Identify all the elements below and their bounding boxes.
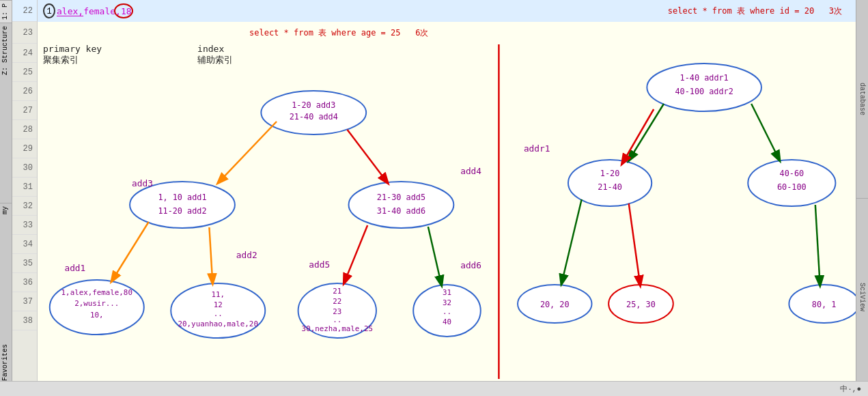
line-num-36: 36: [12, 273, 37, 292]
svg-text:2,wusir...: 2,wusir...: [74, 299, 119, 308]
svg-text:20,yuanhao,male,20: 20,yuanhao,male,20: [178, 320, 258, 328]
svg-text:31: 31: [443, 288, 451, 297]
svg-point-3: [130, 182, 235, 228]
svg-text:12: 12: [214, 300, 223, 309]
svg-line-48: [209, 227, 212, 283]
svg-line-53: [751, 104, 779, 160]
svg-line-52: [622, 109, 654, 164]
svg-text:..: ..: [214, 309, 223, 318]
svg-text:11,: 11,: [211, 290, 225, 299]
svg-point-6: [349, 182, 454, 228]
line-num-22: 22: [12, 0, 37, 22]
svg-text:31-40 add6: 31-40 add6: [377, 206, 425, 216]
svg-text:add2: add2: [236, 250, 257, 260]
svg-text:20, 20: 20, 20: [540, 300, 570, 309]
right-panel-database: database: [856, 0, 868, 199]
svg-text:..: ..: [333, 315, 341, 324]
svg-text:80, 1: 80, 1: [812, 300, 837, 309]
svg-text:1,alex,female,80: 1,alex,female,80: [61, 288, 132, 297]
line-num-35: 35: [12, 254, 37, 273]
svg-text:21-30 add5: 21-30 add5: [377, 193, 425, 202]
svg-text:add6: add6: [460, 260, 481, 270]
status-text: 中·,●: [840, 384, 861, 394]
svg-text:1, 10  add1: 1, 10 add1: [158, 193, 206, 202]
svg-text:10,: 10,: [90, 311, 104, 320]
svg-line-47: [111, 222, 148, 281]
svg-text:..: ..: [443, 307, 451, 316]
svg-line-46: [348, 130, 388, 183]
svg-text:22: 22: [333, 297, 341, 306]
line-num-27: 27: [12, 101, 37, 120]
svg-text:1-20: 1-20: [600, 169, 619, 178]
line-num-31: 31: [12, 178, 37, 197]
line-num-37: 37: [12, 292, 37, 311]
bottom-status-bar: 中·,●: [0, 381, 868, 396]
line-num-30: 30: [12, 158, 37, 178]
line-num-29: 29: [12, 139, 37, 158]
svg-line-45: [218, 122, 277, 183]
line-num-32: 32: [12, 197, 37, 216]
svg-text:40: 40: [443, 317, 451, 326]
svg-line-56: [815, 205, 820, 285]
svg-line-55: [629, 203, 641, 285]
line-num-28: 28: [12, 120, 37, 139]
tab-1p[interactable]: 1: P: [0, 0, 12, 23]
svg-text:add1: add1: [64, 263, 85, 273]
svg-text:40-60: 40-60: [780, 169, 804, 178]
svg-text:21: 21: [333, 287, 341, 296]
svg-text:40-100 addr2: 40-100 addr2: [675, 87, 733, 96]
svg-text:21-40: 21-40: [598, 182, 622, 192]
svg-text:add5: add5: [309, 259, 330, 270]
svg-text:21-40 add4: 21-40 add4: [290, 112, 338, 122]
svg-line-50: [428, 227, 442, 285]
line-num-23: 23: [12, 22, 37, 44]
svg-text:add4: add4: [460, 166, 481, 176]
svg-text:1-20  add3: 1-20 add3: [292, 100, 335, 110]
line-num-34: 34: [12, 235, 37, 254]
svg-text:30,nezha,male,25: 30,nezha,male,25: [302, 324, 373, 333]
svg-text:addr1: addr1: [524, 143, 550, 154]
line-num-38: 38: [12, 311, 37, 330]
svg-text:1-40    addr1: 1-40 addr1: [680, 73, 729, 83]
svg-text:11-20 add2: 11-20 add2: [158, 206, 206, 216]
svg-line-49: [344, 225, 368, 283]
svg-line-51: [629, 104, 664, 160]
tab-structure[interactable]: Z: Structure: [0, 23, 12, 78]
line-num-26: 26: [12, 82, 37, 101]
svg-text:60-100: 60-100: [777, 182, 807, 192]
diagram-svg: 1-20 add3 21-40 add4 1, 10 add1 11-20 ad…: [38, 0, 856, 396]
svg-line-54: [561, 199, 582, 284]
line-numbers: 22 23 24 25 26 27 28 29 30 31 32 33 34 3…: [12, 0, 38, 396]
svg-text:add3: add3: [132, 178, 153, 188]
svg-text:25, 30: 25, 30: [626, 300, 656, 309]
line-num-33: 33: [12, 216, 37, 235]
svg-text:32: 32: [443, 298, 451, 307]
line-num-24: 24: [12, 44, 37, 63]
tab-my[interactable]: my: [0, 203, 12, 217]
right-sidebar: database SciView: [856, 0, 868, 396]
main-canvas: 1 alex, female, 18 select * from 表 where…: [38, 0, 856, 396]
right-panel-sciview: SciView: [856, 199, 868, 397]
line-num-25: 25: [12, 63, 37, 82]
